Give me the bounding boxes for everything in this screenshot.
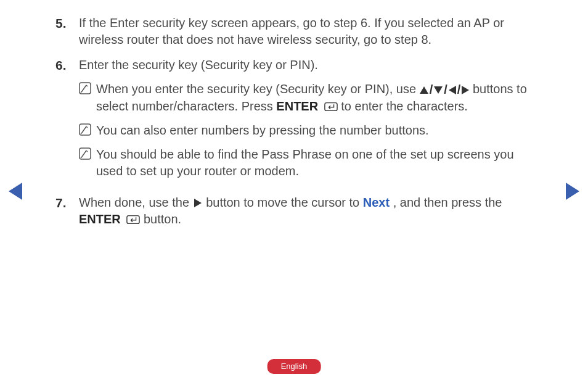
step-5: 5. If the Enter security key screen appe… — [55, 15, 533, 48]
note-text-part: to enter the characters. — [341, 99, 468, 113]
note-icon — [79, 146, 96, 180]
language-pill[interactable]: English — [267, 359, 321, 374]
next-label: Next — [363, 196, 390, 209]
svg-rect-4 — [127, 216, 139, 224]
direction-pad-icon: / / / — [420, 81, 470, 98]
note-text-part: When you enter the security key (Securit… — [96, 82, 420, 96]
note-2: You can also enter numbers by pressing t… — [79, 122, 533, 140]
right-arrow-icon — [194, 199, 202, 207]
note-3: You should be able to find the Pass Phra… — [79, 146, 533, 180]
enter-icon — [126, 212, 140, 229]
note-1: When you enter the security key (Securit… — [79, 81, 533, 116]
step-text: If the Enter security key screen appears… — [79, 15, 533, 48]
step-text: Enter the security key (Security key or … — [79, 57, 533, 73]
step-text-part: button to move the cursor to — [206, 196, 363, 209]
note-text: You should be able to find the Pass Phra… — [96, 146, 533, 180]
step-text-part: , and then press the — [393, 196, 502, 209]
note-icon — [79, 81, 96, 116]
step-text-part: button. — [144, 212, 181, 226]
svg-rect-1 — [325, 103, 337, 111]
enter-label: ENTER — [276, 99, 318, 113]
manual-page: 5. If the Enter security key screen appe… — [0, 0, 588, 385]
step-number: 7. — [55, 194, 79, 229]
step-text: When done, use the button to move the cu… — [79, 194, 533, 229]
note-text: When you enter the security key (Securit… — [96, 81, 533, 116]
prev-page-arrow[interactable] — [9, 183, 22, 200]
enter-icon — [324, 99, 338, 116]
step-number: 6. — [55, 57, 79, 186]
step-text-part: When done, use the — [79, 196, 193, 209]
step-6: 6. Enter the security key (Security key … — [55, 57, 533, 186]
note-icon — [79, 122, 96, 140]
next-page-arrow[interactable] — [566, 183, 579, 200]
step-7: 7. When done, use the button to move the… — [55, 194, 533, 229]
instruction-list: 5. If the Enter security key screen appe… — [55, 15, 533, 229]
note-text: You can also enter numbers by pressing t… — [96, 122, 533, 140]
enter-label: ENTER — [79, 212, 121, 226]
step-number: 5. — [55, 15, 79, 48]
